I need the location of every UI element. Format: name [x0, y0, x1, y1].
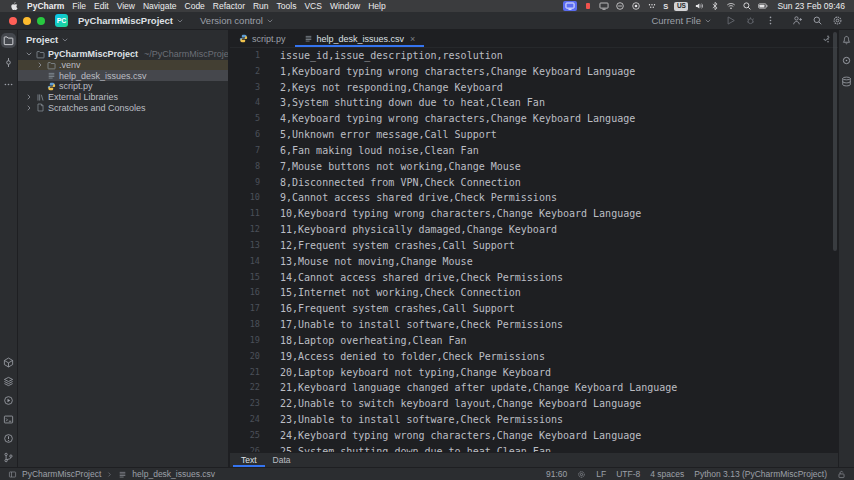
tree-item-scratches[interactable]: Scratches and Consoles: [18, 102, 228, 113]
code-line[interactable]: 76,Fan making loud noise,Clean Fan: [230, 143, 838, 159]
code-line[interactable]: 2221,Keyboard language changed after upd…: [230, 380, 838, 396]
menu-view[interactable]: View: [117, 1, 135, 11]
project-folder-icon[interactable]: [3, 35, 14, 46]
editor-scrollbar[interactable]: [833, 32, 837, 251]
view-tab-text[interactable]: Text: [233, 453, 265, 467]
bluetooth-icon[interactable]: [710, 1, 720, 11]
structure-icon[interactable]: [3, 376, 14, 387]
code-line[interactable]: 32,Keys not responding,Change Keyboard: [230, 80, 838, 96]
menu-pycharm[interactable]: PyCharm: [27, 1, 64, 11]
spotlight-icon[interactable]: [742, 1, 752, 11]
code-line[interactable]: 2423,Unable to install software,Check Pe…: [230, 412, 838, 428]
code-line[interactable]: 2524,Keyboard typing wrong characters,Ch…: [230, 428, 838, 444]
python-interpreter[interactable]: Python 3.13 (PyCharmMiscProject): [694, 469, 827, 479]
code-line[interactable]: 1312,Frequent system crashes,Call Suppor…: [230, 238, 838, 254]
editor-tab-script-py[interactable]: script.py: [230, 30, 295, 47]
project-widget[interactable]: PyCharmMiscProject: [74, 13, 188, 28]
more-tools-icon[interactable]: [3, 79, 14, 90]
code-line[interactable]: 1110,Keyboard typing wrong characters,Ch…: [230, 206, 838, 222]
run-config-widget[interactable]: Current File: [647, 13, 716, 28]
python-packages-icon[interactable]: [3, 357, 14, 368]
volume-icon[interactable]: [694, 1, 704, 11]
search-everywhere-button[interactable]: [812, 15, 823, 26]
editor-tab-help-desk-issues-csv[interactable]: help_desk_issues.csv×: [295, 30, 425, 47]
more-actions-button[interactable]: [765, 15, 776, 26]
minimize-window-button[interactable]: [23, 17, 31, 25]
code-line[interactable]: 65,Unknown error message,Call Support: [230, 127, 838, 143]
code-line[interactable]: 1211,Keyboard physically damaged,Change …: [230, 222, 838, 238]
debug-button[interactable]: [745, 15, 756, 26]
code-line[interactable]: 2322,Unable to switch keyboard layout,Ch…: [230, 396, 838, 412]
menu-edit[interactable]: Edit: [94, 1, 109, 11]
code-line[interactable]: 1514,Cannot access shared drive,Check Pe…: [230, 270, 838, 286]
code-line[interactable]: 1413,Mouse not moving,Change Mouse: [230, 254, 838, 270]
commit-icon[interactable]: [3, 57, 14, 68]
battery-icon[interactable]: [758, 1, 768, 11]
code-line[interactable]: 87,Mouse buttons not working,Change Mous…: [230, 159, 838, 175]
notifications-icon[interactable]: [841, 34, 852, 45]
code-line[interactable]: 1716,Frequent system crashes,Call Suppor…: [230, 301, 838, 317]
menu-tools[interactable]: Tools: [277, 1, 297, 11]
camera-icon[interactable]: [631, 1, 641, 11]
menu-file[interactable]: File: [72, 1, 86, 11]
line-separator[interactable]: LF: [596, 469, 606, 479]
wifi-icon[interactable]: [726, 1, 736, 11]
code-with-me-button[interactable]: [792, 15, 803, 26]
do-not-disturb-icon[interactable]: [615, 1, 625, 11]
menu-navigate[interactable]: Navigate: [143, 1, 177, 11]
project-panel-header[interactable]: Project: [18, 30, 228, 49]
display-icon[interactable]: [599, 1, 609, 11]
run-button[interactable]: [725, 15, 736, 26]
code-line[interactable]: 1issue_id,issue_description,resolution: [230, 48, 838, 64]
close-tab-icon[interactable]: ×: [410, 34, 415, 44]
code-line[interactable]: 1817,Unable to install software,Check Pe…: [230, 317, 838, 333]
breadcrumb-project[interactable]: PyCharmMiscProject: [22, 469, 101, 479]
code-line[interactable]: 21,Keyboard typing wrong characters,Chan…: [230, 64, 838, 80]
menu-window[interactable]: Window: [330, 1, 360, 11]
inspections-ok-icon[interactable]: [822, 34, 831, 43]
s-app-icon[interactable]: S: [663, 2, 668, 11]
ai-assistant-icon[interactable]: [841, 55, 852, 66]
code-line[interactable]: 109,Cannot access shared drive,Check Per…: [230, 190, 838, 206]
code-line[interactable]: 98,Disconnected from VPN,Check Connectio…: [230, 175, 838, 191]
tree-item-script-py[interactable]: script.py: [18, 81, 228, 92]
vcs-widget[interactable]: Version control: [196, 13, 278, 28]
code-line[interactable]: 2019,Access denied to folder,Check Permi…: [230, 349, 838, 365]
database-icon[interactable]: [841, 76, 852, 87]
layout-icon[interactable]: [8, 470, 17, 479]
menu-code[interactable]: Code: [185, 1, 205, 11]
menu-run[interactable]: Run: [253, 1, 269, 11]
code-line[interactable]: 2120,Laptop keyboard not typing,Change K…: [230, 365, 838, 381]
menu-vcs[interactable]: VCS: [304, 1, 321, 11]
code-line[interactable]: 1918,Laptop overheating,Clean Fan: [230, 333, 838, 349]
code-line[interactable]: 2625,System shutting down due to heat,Cl…: [230, 444, 838, 452]
inspections-widget-icon[interactable]: [577, 470, 586, 479]
tree-item-external-libraries[interactable]: External Libraries: [18, 92, 228, 103]
keyboard-dots-icon[interactable]: [647, 1, 657, 11]
git-icon[interactable]: [3, 452, 14, 463]
problems-icon[interactable]: [3, 433, 14, 444]
record-icon[interactable]: [583, 1, 593, 11]
code-line[interactable]: 54,Keyboard typing wrong characters,Chan…: [230, 111, 838, 127]
file-encoding[interactable]: UTF-8: [616, 469, 640, 479]
screen-mirroring-icon[interactable]: [563, 1, 577, 11]
editor-content[interactable]: 1issue_id,issue_description,resolution21…: [230, 48, 838, 452]
code-line[interactable]: 1615,Internet not working,Check Connecti…: [230, 285, 838, 301]
code-line[interactable]: 43,System shutting down due to heat,Clea…: [230, 95, 838, 111]
view-tab-data[interactable]: Data: [265, 453, 299, 467]
tree-item-venv[interactable]: .venv: [18, 60, 228, 71]
terminal-icon[interactable]: [3, 414, 14, 425]
menu-refactor[interactable]: Refactor: [213, 1, 245, 11]
input-source-badge[interactable]: US: [674, 2, 688, 11]
menubar-clock[interactable]: Sun 23 Feb 09:46: [777, 1, 845, 11]
menu-help[interactable]: Help: [368, 1, 385, 11]
indent-style[interactable]: 4 spaces: [650, 469, 684, 479]
services-icon[interactable]: [3, 395, 14, 406]
tree-item-help-desk-csv[interactable]: help_desk_issues.csv: [18, 70, 228, 81]
breadcrumb-file[interactable]: help_desk_issues.csv: [132, 469, 215, 479]
caret-position[interactable]: 91:60: [546, 469, 567, 479]
zoom-window-button[interactable]: [37, 17, 45, 25]
lock-open-icon[interactable]: [837, 470, 846, 479]
tree-item-root[interactable]: PyCharmMiscProject~/PyCharmMiscProject: [18, 49, 228, 60]
close-window-button[interactable]: [9, 17, 17, 25]
